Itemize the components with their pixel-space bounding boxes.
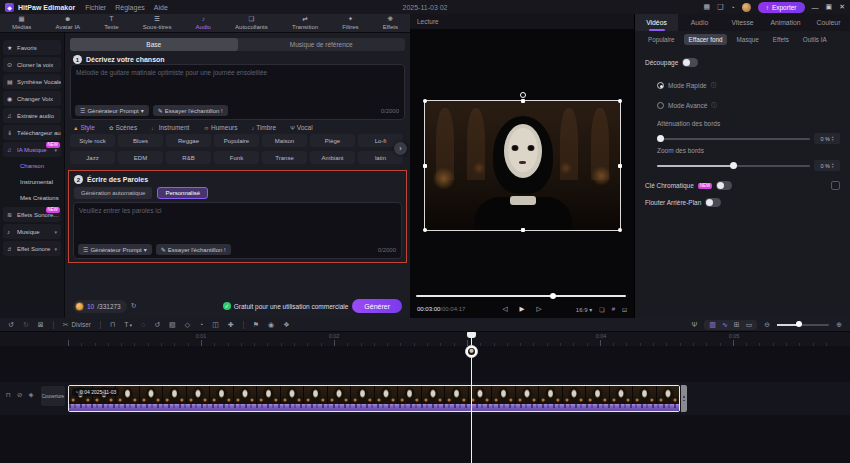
snapshot-icon[interactable]: ❏ — [599, 306, 604, 313]
subtab-outils-ia[interactable]: Outils IA — [798, 34, 832, 45]
restore-button[interactable]: ▣ — [826, 3, 833, 11]
chip-transe[interactable]: Transe — [262, 151, 307, 164]
keyframe-icon[interactable]: ◇ — [185, 321, 190, 329]
refresh-credits-icon[interactable]: ↻ — [131, 302, 137, 310]
export-button[interactable]: ↑Exporter — [758, 2, 805, 13]
chip-piege[interactable]: Piège — [310, 134, 355, 147]
subtab-populaire[interactable]: Populaire — [643, 34, 680, 45]
tab-audio[interactable]: Audio — [678, 14, 721, 31]
tab-style[interactable]: ▲Style — [73, 124, 95, 131]
subtab-effacer-fond[interactable]: Effacer fond — [684, 34, 728, 45]
chroma-key-toggle[interactable] — [716, 181, 732, 190]
blur-background-toggle[interactable] — [705, 198, 721, 207]
generate-button[interactable]: Générer — [352, 299, 402, 313]
tab-instrument[interactable]: ♩Instrument — [151, 124, 189, 131]
clip-trim-handle[interactable] — [681, 385, 687, 412]
toolbar-item-avatar-ia[interactable]: ☻Avatar IA — [56, 16, 81, 30]
magnet-icon[interactable]: ⊓ — [110, 321, 115, 329]
menu-fichier[interactable]: Fichier — [85, 4, 106, 11]
sidebar-item-mes-creations[interactable]: Mes Créations — [3, 191, 61, 205]
mirror-icon[interactable]: ◫ — [212, 321, 219, 329]
menu-aide[interactable]: Aide — [154, 4, 168, 11]
tab-humeurs[interactable]: ☺Humeurs — [203, 124, 237, 131]
speed-icon[interactable]: ◔ — [199, 321, 203, 328]
slider-knob[interactable] — [730, 162, 737, 169]
edge-feather-slider[interactable] — [657, 138, 810, 140]
video-clip[interactable]: ◔ 0:04 2025-11-03 — [68, 385, 680, 412]
zoom-out-icon[interactable]: ⊖ — [764, 321, 770, 329]
close-button[interactable]: ✕ — [839, 3, 845, 11]
seek-handle[interactable] — [550, 293, 556, 299]
toolbar-item-audio[interactable]: ♪Audio — [196, 16, 211, 30]
zoom-slider-knob[interactable] — [796, 321, 802, 327]
sticker-tool-icon[interactable]: ❖ — [283, 321, 289, 329]
menu-reglages[interactable]: Réglages — [115, 4, 145, 11]
minimize-button[interactable]: — — [812, 4, 819, 11]
cover-button[interactable]: Couverture — [41, 386, 65, 406]
tab-musique-reference[interactable]: Musique de référence — [238, 38, 406, 51]
split-button[interactable]: ✂Diviser — [63, 321, 91, 329]
chip-edm[interactable]: EDM — [118, 151, 163, 164]
chip-maison[interactable]: Maison — [262, 134, 307, 147]
chip-funk[interactable]: Funk — [214, 151, 259, 164]
storyboard-icon[interactable]: ▭ — [746, 321, 753, 329]
tab-timbre[interactable]: ♪Timbre — [251, 124, 276, 131]
record-icon[interactable]: ◉ — [268, 321, 274, 329]
video-frame[interactable] — [424, 100, 621, 231]
delete-icon[interactable]: ⊠ — [38, 321, 44, 329]
tab-base[interactable]: Base — [70, 38, 238, 51]
sidebar-item-instrumental[interactable]: Instrumental — [3, 175, 61, 189]
try-sample-button[interactable]: ✎Essayer l'échantillon ! — [153, 105, 228, 116]
toolbar-item-transition[interactable]: ⇄Transition — [292, 16, 318, 30]
tab-vocal[interactable]: ΨVocal — [290, 124, 313, 131]
marker-icon[interactable]: ⚑ — [253, 321, 259, 329]
tab-couleur[interactable]: Couleur — [807, 14, 850, 31]
mode-avance-radio[interactable] — [657, 102, 664, 109]
timeline-zoom-slider[interactable] — [777, 324, 829, 326]
microphone-icon[interactable]: Ψ — [691, 321, 697, 328]
edge-zoom-slider[interactable] — [657, 165, 810, 167]
previous-frame-button[interactable]: ◁ — [503, 305, 508, 313]
sidebar-item-synthese-vocale[interactable]: ▤Synthèse Vocale — [3, 74, 61, 89]
chip-jazz[interactable]: Jazz — [70, 151, 115, 164]
playhead-handle[interactable] — [465, 345, 478, 358]
slider-knob[interactable] — [657, 135, 664, 142]
chip-populaire[interactable]: Populaire — [214, 134, 259, 147]
transform-icon[interactable]: ✚ — [228, 321, 234, 329]
layout-icon[interactable]: ▦ — [704, 3, 711, 11]
tab-scenes[interactable]: ✿Scènes — [109, 124, 137, 131]
history-icon[interactable]: ◔ — [730, 4, 734, 11]
toolbar-item-sous-titres[interactable]: ☰Sous-titres — [143, 16, 172, 30]
lyrics-input[interactable] — [74, 203, 401, 242]
timeline-ruler[interactable]: 0:01 0:02 0:04 0:05 — [0, 332, 850, 346]
prompt-generator-button[interactable]: ☰Générateur Prompt▾ — [78, 244, 152, 255]
toolbar-item-medias[interactable]: ▦Médias — [12, 16, 31, 30]
chip-style-rock[interactable]: Style rock — [70, 134, 115, 147]
track-lock-icon[interactable]: ◈ — [29, 391, 34, 399]
sidebar-item-effets-sonores[interactable]: ≋Effets Sonore...▾NEW — [3, 207, 61, 222]
tab-animation[interactable]: Animation — [764, 14, 807, 31]
sidebar-item-musique[interactable]: ♪Musique▾ — [3, 224, 61, 239]
chip-reggae[interactable]: Reggae — [166, 134, 211, 147]
toolbar-item-effets[interactable]: ❋Effets — [383, 16, 398, 30]
feedback-icon[interactable]: ❑ — [717, 3, 723, 11]
sidebar-item-cloner-la-voix[interactable]: ⊙Cloner la voix — [3, 57, 61, 72]
tab-vitesse[interactable]: Vitesse — [721, 14, 764, 31]
next-frame-button[interactable]: ▷ — [537, 305, 542, 313]
stepper-down-icon[interactable]: ▾ — [832, 139, 834, 142]
stepper-down-icon[interactable]: ▾ — [832, 166, 834, 169]
play-button[interactable]: ▶ — [520, 305, 525, 313]
auto-generation-tab[interactable]: Génération automatique — [74, 187, 152, 199]
song-description-input[interactable] — [71, 65, 404, 103]
chip-blues[interactable]: Blues — [118, 134, 163, 147]
chroma-color-swatch[interactable] — [831, 181, 840, 190]
link-icon[interactable]: ⊞ — [734, 321, 740, 329]
rotate-icon[interactable]: ↺ — [154, 321, 160, 329]
sidebar-item-favoris[interactable]: ★Favoris — [3, 40, 61, 55]
track-mode-icon[interactable]: ▥ — [709, 321, 716, 329]
text-tool-button[interactable]: T▾ — [124, 321, 132, 328]
chip-ambiant[interactable]: Ambiant — [310, 151, 355, 164]
subtab-masque[interactable]: Masque — [731, 34, 763, 45]
tab-videos[interactable]: Vidéos — [635, 14, 678, 31]
edge-feather-value[interactable]: 0 %▴▾ — [814, 133, 840, 144]
